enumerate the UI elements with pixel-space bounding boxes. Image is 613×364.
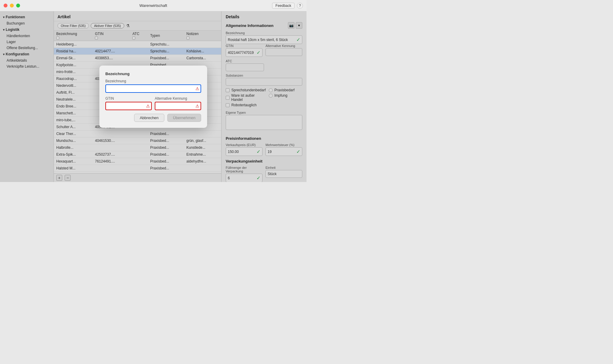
feedback-button[interactable]: Feedback [272,3,295,9]
maximize-button[interactable] [16,4,20,7]
close-button[interactable] [4,4,7,7]
modal-title: Bezeichnung [105,72,201,76]
modal-alternative-kennung-field: Alternative Kennung ⚠ [155,96,201,110]
titlebar: Warenwirtschaft Feedback ? [0,0,306,11]
modal-alternative-kennung-label: Alternative Kennung [155,96,201,101]
help-button[interactable]: ? [297,3,303,9]
modal-gtin-input-wrapper: ⚠ [105,102,152,110]
modal-bezeichnung-input-wrapper: ⚠ [105,84,201,93]
modal-gtin-input[interactable] [105,102,152,110]
modal-gtin-altkennung-row: GTIN ⚠ Alternative Kennung ⚠ [105,96,201,110]
modal-uebernehmen-button[interactable]: Übernehmen [167,114,201,122]
window-controls [4,4,20,7]
modal-gtin-field: GTIN ⚠ [105,96,152,110]
modal-dialog: Bezeichnung Bezeichnung ⚠ GTIN ⚠ Alterna… [99,66,207,128]
modal-overlay: Bezeichnung Bezeichnung ⚠ GTIN ⚠ Alterna… [0,11,306,182]
modal-buttons: Abbrechen Übernehmen [105,114,201,122]
modal-gtin-label: GTIN [105,96,152,101]
modal-alternative-kennung-input[interactable] [155,102,201,110]
modal-bezeichnung-input[interactable] [105,84,201,93]
titlebar-right: Feedback ? [272,3,303,9]
modal-bezeichnung-label: Bezeichnung [105,79,201,83]
app-title: Warenwirtschaft [139,3,167,8]
modal-bezeichnung-field: Bezeichnung ⚠ [105,79,201,93]
modal-abbrechen-button[interactable]: Abbrechen [134,114,164,122]
minimize-button[interactable] [10,4,14,7]
modal-alternative-kennung-input-wrapper: ⚠ [155,102,201,110]
